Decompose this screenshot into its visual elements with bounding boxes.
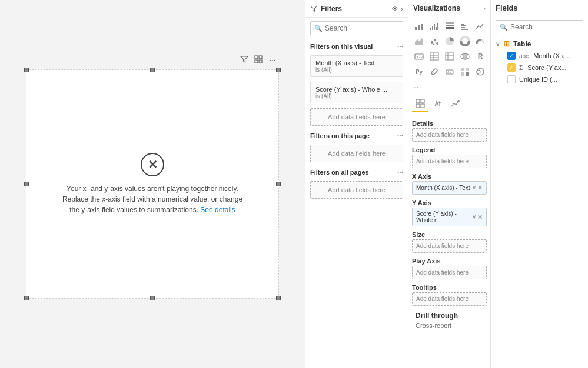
svg-rect-15 [461,24,464,25]
details-add-field[interactable]: Add data fields here [412,128,487,142]
viz-scatter-chart[interactable] [427,34,441,48]
viz-pie-chart[interactable] [443,34,457,48]
filter-icon[interactable] [238,53,250,65]
svg-rect-7 [430,28,431,30]
fields-search-input[interactable] [510,23,588,31]
filter-section-page: Filters on this page ··· [305,128,408,142]
resize-handle-bm[interactable] [150,296,155,300]
viz-custom1[interactable] [458,65,472,79]
resize-handle-tl[interactable] [24,68,29,72]
field-checkbox-month[interactable]: ✓ [507,52,516,60]
field-row-uniqueid[interactable]: Unique ID (... [491,73,588,85]
visual-container[interactable]: ··· ✕ Your x- and y-axis values aren't p… [26,69,279,299]
resize-handle-br[interactable] [276,296,281,300]
resize-handle-bl[interactable] [24,296,29,300]
field-row-score[interactable]: ✓ Σ Score (Y ax... [491,62,588,73]
viz-link[interactable] [427,65,441,79]
table-header[interactable]: ∨ ⊞ Table [491,38,588,50]
viz-donut-chart[interactable] [458,34,472,48]
play-axis-add-field[interactable]: Add data fields here [412,266,487,279]
viz-bar-chart[interactable] [458,19,472,33]
resize-handle-tr[interactable] [276,68,281,72]
resize-handle-tm[interactable] [150,68,155,72]
viz-python[interactable]: Py [412,65,426,79]
viz-gauge[interactable] [473,34,487,48]
svg-text:123: 123 [417,55,423,59]
tooltips-add-field[interactable]: Add data fields here [412,292,487,306]
viz-100-bar[interactable] [443,19,457,33]
more-options-icon[interactable]: ··· [267,53,278,65]
filter1-value: is (All) [315,66,398,73]
filters-eye-icon[interactable]: 👁 [392,5,398,12]
canvas-area: ··· ✕ Your x- and y-axis values aren't p… [0,0,305,368]
xaxis-remove[interactable]: ✕ [477,184,483,192]
viz-fields-section: Details Add data fields here Legend Add … [408,115,490,333]
viz-table[interactable] [427,49,441,63]
error-text: Your x- and y-axis values aren't playing… [58,183,247,215]
see-details-link[interactable]: See details [200,206,235,214]
field-row-month[interactable]: ✓ abc Month (X a... [491,50,588,62]
yaxis-value-field[interactable]: Score (Y axis) - Whole n ∨ ✕ [412,208,487,226]
viz-icon-grid: 123 R Py Aa [408,16,490,81]
yaxis-remove[interactable]: ✕ [477,213,483,221]
viz-area-chart[interactable] [412,34,426,48]
filter-section-all: Filters on all pages ··· [305,165,408,179]
field-checkbox-uniqueid[interactable] [507,75,516,83]
viz-matrix[interactable] [443,49,457,63]
filter-item-score[interactable]: Score (Y axis) - Whole ... is (All) [310,82,403,103]
svg-rect-9 [434,24,435,30]
filters-search-box[interactable]: 🔍 [310,21,403,35]
table-name: Table [513,40,531,48]
svg-rect-43 [461,72,464,76]
xaxis-dropdown[interactable]: ∨ [472,184,476,192]
viz-tabs [408,93,490,115]
size-add-field[interactable]: Add data fields here [412,239,487,253]
filters-search-input[interactable] [325,24,408,32]
xaxis-value-field[interactable]: Month (X axis) - Text ∨ ✕ [412,181,487,195]
resize-handle-ml[interactable] [24,182,29,186]
add-data-all[interactable]: Add data fields here [310,181,403,199]
tab-fields[interactable] [412,96,428,112]
filter2-title: Score (Y axis) - Whole ... [315,86,398,93]
focus-mode-icon[interactable] [253,53,264,65]
table-expand-icon[interactable]: ∨ [496,41,500,47]
table-icon: ⊞ [503,39,510,48]
svg-rect-11 [437,23,438,30]
fields-search-box[interactable]: 🔍 [496,20,583,34]
resize-handle-mr[interactable] [276,182,281,186]
section-all-more[interactable]: ··· [397,168,403,176]
legend-add-field[interactable]: Add data fields here [412,155,487,168]
tab-format[interactable] [430,96,446,112]
viz-stacked-bar[interactable] [412,19,426,33]
svg-rect-16 [461,25,466,26]
viz-R-icon[interactable]: R [473,49,487,63]
field-name-score: Score (Y ax... [527,64,566,71]
yaxis-dropdown[interactable]: ∨ [472,213,476,221]
viz-map[interactable] [458,49,472,63]
filters-panel: Filters 👁 › 🔍 Filters on this visual ···… [305,0,408,368]
filter-item-month[interactable]: Month (X axis) - Text is (All) [310,55,403,77]
viz-more-icons[interactable]: ··· [408,81,490,93]
add-data-page[interactable]: Add data fields here [310,145,403,162]
svg-marker-19 [415,38,423,45]
svg-rect-1 [259,60,262,63]
right-panels: Filters 👁 › 🔍 Filters on this visual ···… [305,0,588,368]
add-data-visual[interactable]: Add data fields here [310,108,403,126]
viz-clustered-bar[interactable] [427,19,441,33]
viz-custom2[interactable] [473,65,487,79]
field-sum-icon-score: Σ [519,65,523,71]
tab-analytics[interactable] [447,96,464,112]
svg-rect-10 [436,27,437,30]
viz-card[interactable]: 123 [412,49,426,63]
section-page-more[interactable]: ··· [397,132,403,140]
svg-rect-5 [418,25,420,30]
viz-line-chart[interactable] [473,19,487,33]
field-checkbox-score[interactable]: ✓ [507,63,516,72]
field-text-icon-month: abc [519,53,529,59]
viz-text[interactable]: Aa [443,65,457,79]
section-visual-more[interactable]: ··· [397,42,403,51]
filters-expand-icon[interactable]: › [401,5,403,12]
viz-expand-icon[interactable]: › [483,5,486,12]
svg-rect-41 [461,68,464,71]
legend-add-label: Add data fields here [416,158,469,165]
